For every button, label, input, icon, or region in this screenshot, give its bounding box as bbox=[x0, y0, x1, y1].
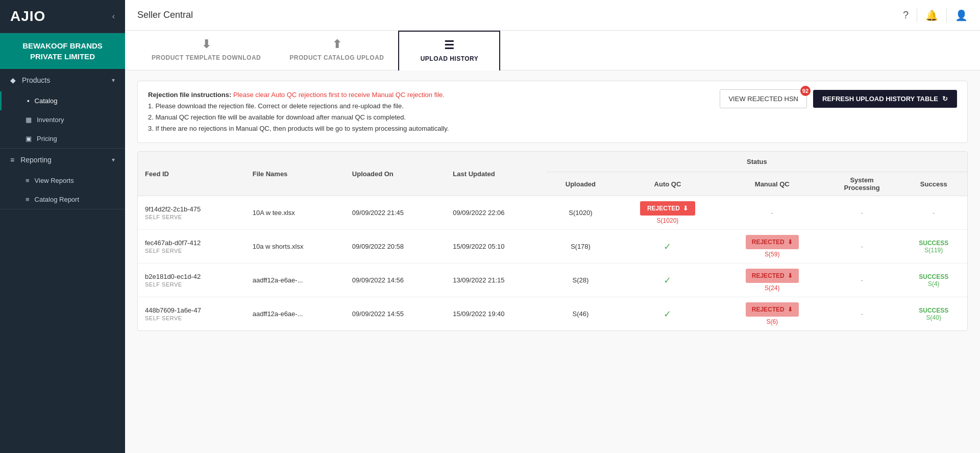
row3-file-name: aadff12a-e6ae-... bbox=[246, 264, 345, 297]
row1-uploaded: S(1020) bbox=[547, 196, 615, 230]
brand-name: BEWAKOOF BRANDS PRIVATE LIMITED bbox=[22, 41, 103, 61]
sidebar-logo-area: AJIO ‹ bbox=[0, 0, 125, 33]
sidebar: AJIO ‹ BEWAKOOF BRANDS PRIVATE LIMITED ◆… bbox=[0, 0, 125, 453]
tab-catalog-label: PRODUCT CATALOG UPLOAD bbox=[289, 54, 384, 61]
header-actions: ? 🔔 👤 bbox=[903, 8, 968, 22]
page-title: Seller Central bbox=[137, 10, 193, 20]
tab-upload-history[interactable]: ☰ UPLOAD HISTORY bbox=[398, 31, 500, 70]
row2-rejected-button[interactable]: REJECTED ⬇ bbox=[746, 235, 799, 249]
row3-system-processing: - bbox=[824, 264, 900, 297]
reporting-chevron-icon: ▾ bbox=[112, 156, 115, 163]
row3-success-cell: SUCCESS S(4) bbox=[908, 273, 961, 288]
sidebar-item-catalog-report[interactable]: ≡ Catalog Report bbox=[0, 190, 125, 209]
table-row: 9f14d2f2-2c1b-475 SELF SERVE 10A w tee.x… bbox=[138, 196, 967, 230]
sidebar-item-pricing-label: Pricing bbox=[37, 135, 57, 142]
row4-success-cell: SUCCESS S(40) bbox=[908, 307, 961, 321]
header-divider-1 bbox=[917, 8, 917, 22]
rejection-text: Rejection file instructions: Please clea… bbox=[148, 89, 449, 134]
sidebar-nav: ◆ Products ▾ ▪ Catalog ▦ Inventory ▣ Pri… bbox=[0, 69, 125, 453]
row1-auto-qc-cell: REJECTED ⬇ S(1020) bbox=[622, 201, 714, 224]
row2-uploaded: S(178) bbox=[547, 230, 615, 264]
row2-success-count: S(119) bbox=[924, 247, 943, 254]
row4-system-processing: - bbox=[824, 297, 900, 331]
row2-success-label: SUCCESS bbox=[919, 240, 948, 247]
row4-uploaded-on: 09/09/2022 14:55 bbox=[345, 297, 446, 331]
row3-rejected-button[interactable]: REJECTED ⬇ bbox=[746, 269, 799, 283]
sidebar-item-inventory-label: Inventory bbox=[37, 116, 64, 124]
sidebar-item-reporting[interactable]: ≡ Reporting ▾ bbox=[0, 149, 125, 171]
main-content: Seller Central ? 🔔 👤 ⬇ PRODUCT TEMPLATE … bbox=[125, 0, 980, 453]
upload-history-table: Feed ID File Names Uploaded On Last Upda… bbox=[137, 151, 968, 331]
col-success: Success bbox=[900, 172, 968, 196]
history-table: Feed ID File Names Uploaded On Last Upda… bbox=[138, 152, 967, 330]
tab-product-template-download[interactable]: ⬇ PRODUCT TEMPLATE DOWNLOAD bbox=[137, 31, 275, 70]
sidebar-item-products[interactable]: ◆ Products ▾ bbox=[0, 69, 125, 91]
row4-manual-qc-cell: REJECTED ⬇ S(6) bbox=[728, 302, 817, 325]
row3-check-icon: ✓ bbox=[664, 275, 671, 285]
table-body: 9f14d2f2-2c1b-475 SELF SERVE 10A w tee.x… bbox=[138, 196, 967, 331]
sidebar-item-products-label: Products bbox=[22, 76, 106, 84]
logo-text: AJIO bbox=[10, 8, 45, 25]
sidebar-item-catalog[interactable]: ▪ Catalog bbox=[0, 91, 125, 110]
hsn-badge: 92 bbox=[800, 86, 811, 96]
table-header-row-1: Feed ID File Names Uploaded On Last Upda… bbox=[138, 152, 967, 172]
row2-success-cell: SUCCESS S(119) bbox=[908, 240, 961, 254]
sidebar-item-view-reports[interactable]: ≡ View Reports bbox=[0, 171, 125, 190]
content-area: Rejection file instructions: Please clea… bbox=[125, 70, 980, 453]
bell-icon[interactable]: 🔔 bbox=[925, 9, 938, 21]
download-icon: ⬇ bbox=[202, 38, 211, 51]
sidebar-item-inventory[interactable]: ▦ Inventory bbox=[0, 110, 125, 129]
sidebar-item-catalog-report-label: Catalog Report bbox=[35, 196, 79, 203]
row3-success: SUCCESS S(4) bbox=[900, 264, 968, 297]
catalog-report-icon: ≡ bbox=[26, 196, 30, 203]
row3-uploaded: S(28) bbox=[547, 264, 615, 297]
row2-auto-qc: ✓ bbox=[615, 230, 721, 264]
row3-success-label: SUCCESS bbox=[919, 273, 948, 280]
help-icon[interactable]: ? bbox=[903, 9, 909, 21]
row1-auto-qc-count: S(1020) bbox=[657, 217, 679, 224]
row3-auto-qc: ✓ bbox=[615, 264, 721, 297]
col-auto-qc: Auto QC bbox=[615, 172, 721, 196]
col-manual-qc: Manual QC bbox=[721, 172, 824, 196]
account-icon[interactable]: 👤 bbox=[955, 9, 968, 21]
row4-manual-qc: REJECTED ⬇ S(6) bbox=[721, 297, 824, 331]
row2-success: SUCCESS S(119) bbox=[900, 230, 968, 264]
refresh-icon: ↻ bbox=[942, 95, 948, 103]
sidebar-item-pricing[interactable]: ▣ Pricing bbox=[0, 129, 125, 148]
tabs-bar: ⬇ PRODUCT TEMPLATE DOWNLOAD ⬆ PRODUCT CA… bbox=[125, 31, 980, 70]
row1-manual-qc: - bbox=[721, 196, 824, 230]
tab-template-label: PRODUCT TEMPLATE DOWNLOAD bbox=[152, 54, 261, 61]
brand-banner: BEWAKOOF BRANDS PRIVATE LIMITED bbox=[0, 33, 125, 69]
sidebar-item-catalog-label: Catalog bbox=[35, 97, 58, 105]
header-divider-2 bbox=[946, 8, 947, 22]
refresh-upload-history-button[interactable]: REFRESH UPLOAD HISTORY TABLE ↻ bbox=[813, 90, 957, 108]
row2-system-processing: - bbox=[824, 230, 900, 264]
view-rejected-hsn-button[interactable]: VIEW REJECTED HSN 92 bbox=[720, 89, 807, 108]
row2-last-updated: 15/09/2022 05:10 bbox=[446, 230, 546, 264]
row4-success-count: S(40) bbox=[926, 314, 941, 321]
col-uploaded-on: Uploaded On bbox=[345, 152, 446, 196]
top-header: Seller Central ? 🔔 👤 bbox=[125, 0, 980, 31]
products-section: ◆ Products ▾ ▪ Catalog ▦ Inventory ▣ Pri… bbox=[0, 69, 125, 149]
row2-feed-id: fec467ab-d0f7-412 SELF SERVE bbox=[138, 230, 246, 264]
row2-check-icon: ✓ bbox=[664, 242, 671, 252]
tab-history-label: UPLOAD HISTORY bbox=[421, 55, 479, 62]
sidebar-item-reporting-label: Reporting bbox=[20, 156, 106, 164]
row3-manual-qc-count: S(24) bbox=[765, 284, 779, 292]
sidebar-collapse-button[interactable]: ‹ bbox=[112, 12, 115, 21]
row4-rejected-button[interactable]: REJECTED ⬇ bbox=[746, 302, 799, 317]
row4-last-updated: 15/09/2022 19:40 bbox=[446, 297, 546, 331]
row1-file-name: 10A w tee.xlsx bbox=[246, 196, 345, 230]
row1-rejected-button[interactable]: REJECTED ⬇ bbox=[640, 201, 695, 216]
col-system-processing: SystemProcessing bbox=[824, 172, 900, 196]
row1-success: - bbox=[900, 196, 968, 230]
row4-auto-qc: ✓ bbox=[615, 297, 721, 331]
view-reports-icon: ≡ bbox=[26, 177, 30, 184]
rejection-intro: Rejection file instructions: Please clea… bbox=[148, 89, 449, 101]
row4-success-label: SUCCESS bbox=[919, 307, 948, 314]
tab-product-catalog-upload[interactable]: ⬆ PRODUCT CATALOG UPLOAD bbox=[275, 31, 398, 70]
reporting-icon: ≡ bbox=[10, 156, 14, 164]
row4-manual-qc-count: S(6) bbox=[766, 318, 778, 325]
row1-auto-qc: REJECTED ⬇ S(1020) bbox=[615, 196, 721, 230]
table-row: b2e181d0-ec1d-42 SELF SERVE aadff12a-e6a… bbox=[138, 264, 967, 297]
